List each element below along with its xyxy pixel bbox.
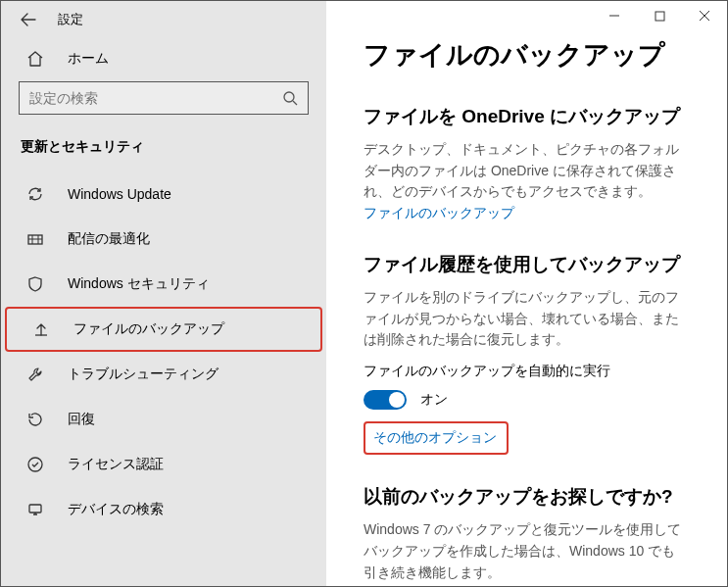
sidebar-item-find-device[interactable]: デバイスの検索 — [1, 487, 326, 532]
sidebar-item-label: デバイスの検索 — [68, 501, 164, 518]
maximize-icon — [655, 11, 665, 22]
sidebar-nav: Windows Update 配信の最適化 Windows セキュリティ ファイ… — [1, 171, 326, 532]
window-title: 設定 — [58, 11, 83, 28]
section-title: ファイル履歴を使用してバックアップ — [364, 252, 688, 277]
back-button[interactable] — [13, 4, 44, 35]
maximize-button[interactable] — [637, 1, 682, 30]
section-title: 以前のバックアップをお探しですか? — [364, 484, 688, 510]
minimize-icon — [608, 10, 620, 22]
section-title: ファイルを OneDrive にバックアップ — [364, 104, 688, 129]
recovery-icon — [24, 411, 46, 428]
section-desc: ファイルを別のドライブにバックアップし、元のファイルが見つからない場合、壊れてい… — [364, 287, 688, 351]
sidebar-item-recovery[interactable]: 回復 — [1, 397, 326, 442]
search-icon — [282, 90, 298, 106]
section-file-history: ファイル履歴を使用してバックアップ ファイルを別のドライブにバックアップし、元の… — [364, 252, 688, 455]
sidebar-item-windows-security[interactable]: Windows セキュリティ — [1, 262, 326, 307]
minimize-button[interactable] — [592, 1, 637, 30]
sidebar-item-label: Windows Update — [68, 186, 171, 202]
svg-point-2 — [28, 458, 42, 471]
auto-backup-toggle[interactable] — [364, 390, 407, 410]
toggle-state: オン — [420, 391, 448, 409]
sidebar: 設定 ホーム 更新とセキュリティ Windows Update 配信の最適化 — [1, 1, 326, 586]
search-input[interactable] — [29, 90, 282, 106]
sidebar-item-label: ファイルのバックアップ — [73, 320, 224, 338]
legacy-backup-link[interactable]: [バックアップと復元] に移動 (Windows 7) — [364, 585, 619, 586]
sidebar-item-delivery-optimization[interactable]: 配信の最適化 — [1, 217, 326, 262]
section-desc: デスクトップ、ドキュメント、ピクチャの各フォルダー内のファイルは OneDriv… — [364, 139, 688, 203]
svg-rect-3 — [29, 505, 41, 513]
sidebar-item-label: 配信の最適化 — [68, 230, 150, 248]
sidebar-item-backup[interactable]: ファイルのバックアップ — [5, 307, 322, 352]
close-icon — [699, 10, 710, 22]
backup-icon — [30, 320, 52, 338]
find-device-icon — [24, 501, 46, 518]
sidebar-item-activation[interactable]: ライセンス認証 — [1, 442, 326, 487]
content: ファイルのバックアップ ファイルを OneDrive にバックアップ デスクトッ… — [326, 35, 727, 586]
sidebar-item-label: 回復 — [68, 411, 95, 428]
sidebar-category: 更新とセキュリティ — [1, 115, 326, 171]
home-icon — [24, 50, 46, 68]
onedrive-backup-link[interactable]: ファイルのバックアップ — [364, 205, 514, 222]
sidebar-item-troubleshoot[interactable]: トラブルシューティング — [1, 352, 326, 397]
more-options-link[interactable]: その他のオプション — [373, 429, 497, 447]
section-onedrive: ファイルを OneDrive にバックアップ デスクトップ、ドキュメント、ピクチ… — [364, 104, 688, 222]
titlebar-left: 設定 — [1, 1, 326, 38]
sidebar-item-label: Windows セキュリティ — [68, 275, 210, 293]
back-arrow-icon — [21, 12, 36, 27]
sidebar-item-label: トラブルシューティング — [68, 366, 218, 383]
section-legacy-backup: 以前のバックアップをお探しですか? Windows 7 のバックアップと復元ツー… — [364, 484, 688, 586]
search-box[interactable] — [19, 81, 309, 115]
main-panel: ファイルのバックアップ ファイルを OneDrive にバックアップ デスクトッ… — [326, 1, 727, 586]
sidebar-item-label: ライセンス認証 — [68, 456, 164, 473]
shield-icon — [24, 275, 46, 293]
more-options-highlight: その他のオプション — [364, 421, 509, 455]
page-title: ファイルのバックアップ — [364, 37, 688, 73]
window-controls — [326, 1, 727, 35]
wrench-icon — [24, 366, 46, 383]
svg-point-0 — [284, 92, 294, 102]
close-button[interactable] — [682, 1, 727, 30]
sidebar-home[interactable]: ホーム — [1, 38, 326, 81]
sidebar-home-label: ホーム — [68, 50, 109, 68]
delivery-icon — [24, 230, 46, 248]
activation-icon — [24, 456, 46, 473]
sidebar-item-windows-update[interactable]: Windows Update — [1, 171, 326, 217]
section-desc: Windows 7 のバックアップと復元ツールを使用してバックアップを作成した場… — [364, 519, 688, 583]
sync-icon — [24, 185, 46, 203]
svg-rect-4 — [655, 12, 664, 21]
toggle-caption: ファイルのバックアップを自動的に実行 — [364, 363, 688, 380]
